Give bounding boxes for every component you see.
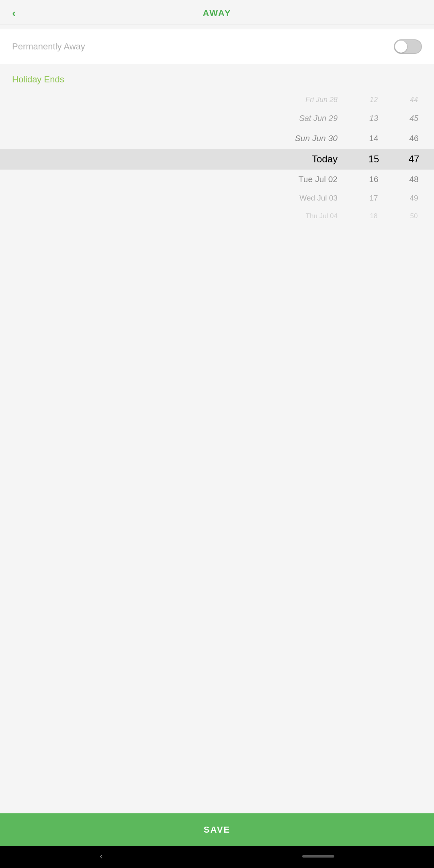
- picker-hour: 14: [354, 133, 394, 143]
- picker-hour: 13: [354, 114, 394, 123]
- picker-date-selected: Today: [0, 154, 354, 165]
- header: ‹ AWAY: [0, 0, 434, 25]
- picker-date: Tue Jul 02: [0, 174, 354, 184]
- permanently-away-label: Permanently Away: [12, 41, 85, 52]
- picker-minute: 45: [394, 114, 434, 123]
- picker-minute-selected: 47: [394, 154, 434, 165]
- picker-date: Sat Jun 29: [0, 114, 354, 123]
- picker-container[interactable]: Fri Jun 28 12 44 Sat Jun 29 13 45 Sun Ju…: [0, 91, 434, 813]
- picker-minute: 44: [394, 96, 434, 104]
- picker-row[interactable]: Fri Jun 28 12 44: [0, 91, 434, 109]
- toggle-thumb: [395, 41, 407, 53]
- permanently-away-row: Permanently Away: [0, 29, 434, 64]
- picker-hour: 17: [354, 194, 394, 203]
- picker-minute: 48: [394, 174, 434, 184]
- picker-rows: Fri Jun 28 12 44 Sat Jun 29 13 45 Sun Ju…: [0, 91, 434, 225]
- picker-hour-selected: 15: [354, 154, 394, 165]
- picker-hour: 18: [354, 212, 394, 220]
- picker-hour: 12: [354, 96, 394, 104]
- picker-row[interactable]: Sun Jun 30 14 46: [0, 128, 434, 149]
- picker-minute: 50: [394, 212, 434, 220]
- spacer: [0, 225, 434, 813]
- back-button[interactable]: ‹: [12, 8, 16, 19]
- home-indicator[interactable]: [302, 855, 334, 858]
- screen: ‹ AWAY Permanently Away Holiday Ends Fri…: [0, 0, 434, 868]
- picker-date: Wed Jul 03: [0, 194, 354, 203]
- nav-back-icon[interactable]: ‹: [100, 851, 102, 862]
- picker-minute: 49: [394, 194, 434, 203]
- picker-date: Sun Jun 30: [0, 133, 354, 143]
- picker-date: Fri Jun 28: [0, 96, 354, 104]
- picker-row-selected[interactable]: Today 15 47: [0, 149, 434, 170]
- page-title: AWAY: [203, 8, 231, 18]
- holiday-ends-label: Holiday Ends: [0, 64, 434, 91]
- content: Permanently Away Holiday Ends Fri Jun 28…: [0, 25, 434, 813]
- picker-row[interactable]: Tue Jul 02 16 48: [0, 170, 434, 189]
- picker-row[interactable]: Wed Jul 03 17 49: [0, 189, 434, 207]
- picker-date: Thu Jul 04: [0, 212, 354, 220]
- picker-row[interactable]: Thu Jul 04 18 50: [0, 207, 434, 225]
- save-button[interactable]: SAVE: [0, 813, 434, 846]
- permanently-away-toggle[interactable]: [394, 39, 422, 54]
- picker-minute: 46: [394, 133, 434, 143]
- picker-row[interactable]: Sat Jun 29 13 45: [0, 109, 434, 128]
- picker-hour: 16: [354, 174, 394, 184]
- bottom-nav: ‹: [0, 846, 434, 868]
